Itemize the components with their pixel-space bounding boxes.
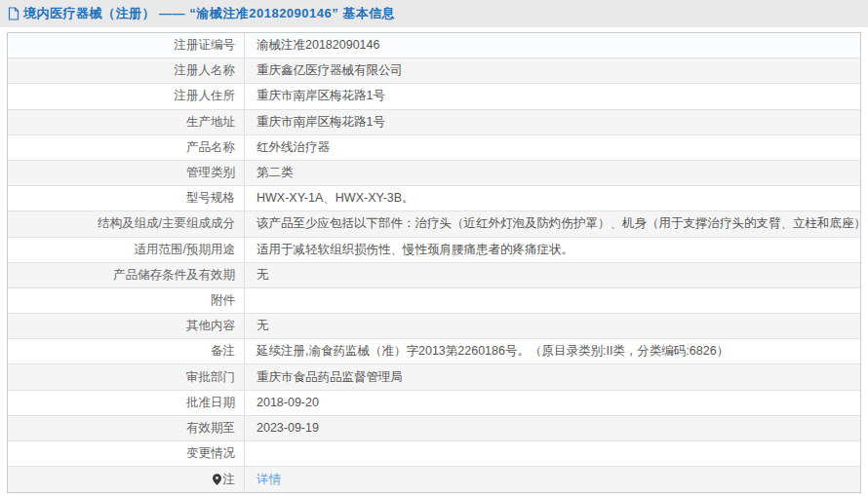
table-row: 注册人住所重庆市南岸区梅花路1号	[8, 84, 860, 109]
details-link[interactable]: 详情	[256, 473, 281, 486]
page-title: 境内医疗器械（注册） —— “渝械注准20182090146” 基本信息	[23, 5, 395, 22]
pin-icon	[213, 474, 221, 485]
row-value: 延续注册,渝食药监械（准）字2013第2260186号。（原目录类别:II类，分…	[245, 343, 860, 360]
row-value: 重庆市食品药品监督管理局	[245, 369, 860, 386]
row-label: 批准日期	[8, 391, 245, 415]
row-label: 适用范围/预期用途	[8, 238, 245, 262]
row-value: 重庆市南岸区梅花路1号	[245, 114, 860, 131]
row-label: 注册人名称	[8, 58, 245, 83]
row-value: 详情	[245, 472, 860, 488]
table-row: 生产地址重庆市南岸区梅花路1号	[8, 110, 860, 135]
row-value: 无	[245, 267, 860, 284]
table-row: 变更情况	[8, 441, 860, 467]
table-row: 附件	[8, 288, 860, 314]
row-label: 生产地址	[8, 110, 245, 134]
table-row: 其他内容无	[8, 314, 860, 339]
table-row: 批准日期2018-09-20	[8, 391, 860, 416]
row-value: HWX-XY-1A、HWX-XY-3B。	[245, 190, 860, 207]
row-value: 第二类	[245, 165, 860, 181]
table-row: 有效期至2023-09-19	[8, 416, 860, 441]
row-value: 2018-09-20	[245, 396, 860, 409]
row-label: 备注	[8, 339, 245, 363]
row-value: 无	[245, 318, 860, 334]
table-row: 管理类别第二类	[8, 161, 860, 186]
table-row: 审批部门重庆市食品药品监督管理局	[8, 364, 860, 390]
row-value: 2023-09-19	[245, 421, 860, 435]
row-value: 渝械注准20182090146	[245, 37, 860, 54]
row-label: 结构及组成/主要组成成分	[8, 211, 245, 236]
row-label: 型号规格	[8, 186, 245, 210]
row-label: 注	[8, 467, 245, 492]
row-value: 该产品至少应包括以下部件：治疗头（近红外灯泡及防灼伤护罩）、机身（用于支撑治疗头…	[245, 215, 860, 232]
row-label: 变更情况	[8, 441, 245, 466]
row-label: 有效期至	[8, 416, 245, 440]
table-row: 产品储存条件及有效期无	[8, 263, 860, 288]
document-icon	[8, 7, 20, 20]
row-label: 管理类别	[8, 161, 245, 185]
row-label: 注册人住所	[8, 84, 245, 108]
row-label: 附件	[8, 288, 245, 313]
table-row: 型号规格HWX-XY-1A、HWX-XY-3B。	[8, 186, 860, 211]
row-label: 产品储存条件及有效期	[8, 263, 245, 287]
table-row: 结构及组成/主要组成成分该产品至少应包括以下部件：治疗头（近红外灯泡及防灼伤护罩…	[8, 211, 860, 237]
page-header: 境内医疗器械（注册） —— “渝械注准20182090146” 基本信息	[0, 0, 868, 27]
row-label: 产品名称	[8, 135, 245, 160]
row-value: 适用于减轻软组织损伤性、慢性颈肩腰痛患者的疼痛症状。	[245, 242, 860, 258]
table-row: 注册证编号渝械注准20182090146	[8, 33, 860, 58]
row-value: 红外线治疗器	[245, 139, 860, 156]
row-value: 重庆市南岸区梅花路1号	[245, 88, 860, 104]
row-value: 重庆鑫亿医疗器械有限公司	[245, 62, 860, 79]
row-label: 注册证编号	[8, 33, 245, 57]
info-table: 注册证编号渝械注准20182090146注册人名称重庆鑫亿医疗器械有限公司注册人…	[7, 32, 861, 493]
row-label: 其他内容	[8, 314, 245, 338]
table-row: 产品名称红外线治疗器	[8, 135, 860, 161]
table-row: 适用范围/预期用途适用于减轻软组织损伤性、慢性颈肩腰痛患者的疼痛症状。	[8, 238, 860, 263]
table-row: 备注延续注册,渝食药监械（准）字2013第2260186号。（原目录类别:II类…	[8, 339, 860, 364]
table-row: 注详情	[8, 467, 860, 492]
row-label: 审批部门	[8, 364, 245, 389]
table-row: 注册人名称重庆鑫亿医疗器械有限公司	[8, 58, 860, 84]
